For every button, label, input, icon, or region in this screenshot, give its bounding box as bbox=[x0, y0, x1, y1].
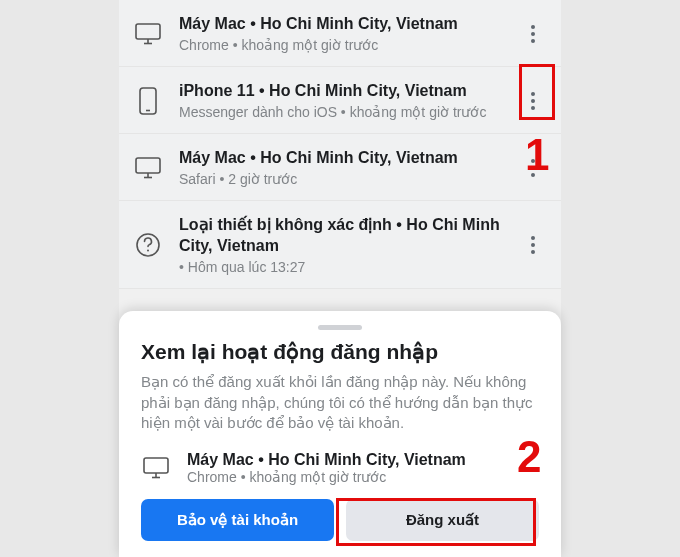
session-sub: • Hôm qua lúc 13:27 bbox=[179, 258, 519, 276]
sheet-device-title: Máy Mac • Ho Chi Minh City, Vietnam bbox=[187, 451, 466, 469]
session-text: Máy Mac • Ho Chi Minh City, Vietnam Safa… bbox=[179, 148, 519, 188]
session-title: Máy Mac • Ho Chi Minh City, Vietnam bbox=[179, 14, 519, 35]
sheet-device-row: Máy Mac • Ho Chi Minh City, Vietnam Chro… bbox=[141, 451, 539, 485]
sheet-grabber[interactable] bbox=[318, 325, 362, 330]
button-row: Bảo vệ tài khoản Đăng xuất bbox=[141, 499, 539, 541]
svg-point-9 bbox=[147, 250, 149, 252]
protect-account-button[interactable]: Bảo vệ tài khoản bbox=[141, 499, 334, 541]
session-item[interactable]: Máy Mac • Ho Chi Minh City, Vietnam Safa… bbox=[119, 134, 561, 201]
session-item[interactable]: Loại thiết bị không xác định • Ho Chi Mi… bbox=[119, 201, 561, 289]
sheet-device-sub: Chrome • khoảng một giờ trước bbox=[187, 469, 466, 485]
sheet-description: Bạn có thể đăng xuất khỏi lần đăng nhập … bbox=[141, 372, 539, 433]
more-icon[interactable] bbox=[519, 81, 547, 121]
sheet-device-text: Máy Mac • Ho Chi Minh City, Vietnam Chro… bbox=[187, 451, 466, 485]
session-title: Máy Mac • Ho Chi Minh City, Vietnam bbox=[179, 148, 519, 169]
desktop-icon bbox=[133, 19, 163, 49]
svg-rect-5 bbox=[136, 158, 160, 173]
phone-screen: Máy Mac • Ho Chi Minh City, Vietnam Chro… bbox=[119, 0, 561, 557]
session-sub: Chrome • khoảng một giờ trước bbox=[179, 36, 519, 54]
session-text: iPhone 11 • Ho Chi Minh City, Vietnam Me… bbox=[179, 81, 519, 121]
session-text: Máy Mac • Ho Chi Minh City, Vietnam Chro… bbox=[179, 14, 519, 54]
session-title: Loại thiết bị không xác định • Ho Chi Mi… bbox=[179, 215, 519, 257]
session-sub: Safari • 2 giờ trước bbox=[179, 170, 519, 188]
phone-icon bbox=[133, 86, 163, 116]
session-item[interactable]: Máy Mac • Ho Chi Minh City, Vietnam Chro… bbox=[119, 0, 561, 67]
desktop-icon bbox=[133, 153, 163, 183]
sheet-title: Xem lại hoạt động đăng nhập bbox=[141, 340, 539, 364]
session-sub: Messenger dành cho iOS • khoảng một giờ … bbox=[179, 103, 519, 121]
unknown-device-icon bbox=[133, 230, 163, 260]
desktop-icon bbox=[141, 453, 171, 483]
more-icon[interactable] bbox=[519, 225, 547, 265]
logout-button[interactable]: Đăng xuất bbox=[346, 499, 539, 541]
session-item[interactable]: iPhone 11 • Ho Chi Minh City, Vietnam Me… bbox=[119, 67, 561, 134]
svg-rect-10 bbox=[144, 458, 168, 473]
more-icon[interactable] bbox=[519, 14, 547, 54]
session-text: Loại thiết bị không xác định • Ho Chi Mi… bbox=[179, 215, 519, 276]
more-icon[interactable] bbox=[519, 148, 547, 188]
session-list: Máy Mac • Ho Chi Minh City, Vietnam Chro… bbox=[119, 0, 561, 289]
action-sheet: Xem lại hoạt động đăng nhập Bạn có thể đ… bbox=[119, 311, 561, 557]
svg-rect-0 bbox=[136, 24, 160, 39]
session-title: iPhone 11 • Ho Chi Minh City, Vietnam bbox=[179, 81, 519, 102]
